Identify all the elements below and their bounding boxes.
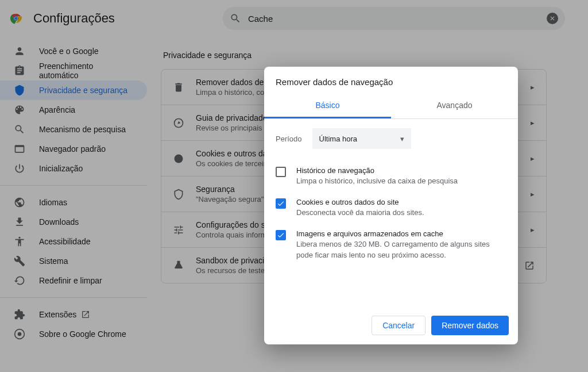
option-cookies[interactable]: Cookies e outros dados do siteDesconecta… — [276, 192, 506, 224]
checkbox[interactable] — [276, 198, 286, 209]
clear-data-dialog: Remover dados de navegação Básico Avança… — [264, 67, 518, 344]
tab-advanced[interactable]: Avançado — [391, 95, 518, 118]
confirm-button[interactable]: Remover dados — [431, 316, 509, 335]
option-title: Cookies e outros dados do site — [296, 198, 424, 206]
option-desc: Desconecta você da maioria dos sites. — [296, 208, 424, 218]
check-icon — [277, 200, 285, 208]
option-desc: Libera menos de 320 MB. O carregamento d… — [296, 239, 506, 260]
cancel-button[interactable]: Cancelar — [372, 316, 425, 335]
check-icon — [277, 231, 285, 239]
option-desc: Limpa o histórico, inclusive da caixa de… — [296, 176, 458, 186]
dialog-tabs: Básico Avançado — [264, 95, 518, 119]
tab-basic[interactable]: Básico — [264, 95, 391, 118]
period-value: Última hora — [319, 135, 357, 143]
option-cached-images[interactable]: Imagens e arquivos armazenados em cacheL… — [276, 224, 506, 266]
option-browsing-history[interactable]: Histórico de navegaçãoLimpa o histórico,… — [276, 160, 506, 192]
dialog-title: Remover dados de navegação — [264, 67, 518, 95]
chevron-down-icon: ▾ — [400, 135, 404, 143]
option-title: Histórico de navegação — [296, 166, 458, 175]
checkbox[interactable] — [276, 230, 286, 240]
period-label: Período — [276, 135, 302, 143]
checkbox[interactable] — [276, 167, 286, 177]
period-select[interactable]: Última hora ▾ — [312, 128, 411, 149]
option-title: Imagens e arquivos armazenados em cache — [296, 229, 506, 238]
